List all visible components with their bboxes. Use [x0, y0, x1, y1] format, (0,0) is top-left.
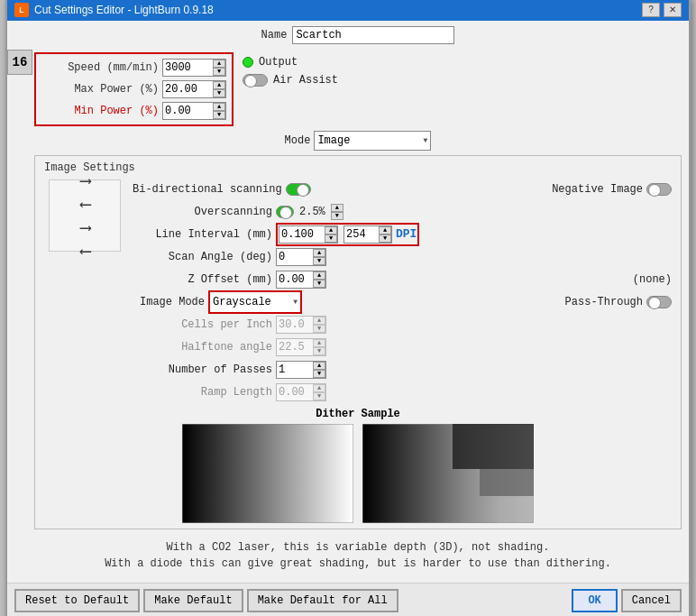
reset-to-default-button[interactable]: Reset to Default [14, 589, 140, 612]
window-title: Cut Settings Editor - LightBurn 0.9.18 [34, 4, 214, 16]
cells-per-inch-spinbox: ▲ ▼ [276, 316, 326, 334]
cells-per-inch-label: Cells per Inch [133, 318, 272, 331]
z-offset-input[interactable] [277, 271, 313, 289]
output-row: Output [243, 56, 338, 69]
ramp-length-label: Ramp Length [133, 386, 272, 399]
image-mode-label: Image Mode [133, 296, 205, 308]
dpi-input[interactable] [344, 225, 379, 244]
halftone-angle-down-btn: ▼ [313, 347, 325, 355]
help-button[interactable]: ? [642, 3, 660, 17]
max-power-spinbox[interactable]: ▲ ▼ [162, 80, 226, 98]
make-default-button[interactable]: Make Default [143, 589, 243, 612]
bi-directional-toggle[interactable] [286, 183, 311, 196]
bi-directional-row: Bi-directional scanning Negative Image [133, 179, 672, 199]
image-mode-arrow-icon: ▼ [293, 298, 298, 306]
line-interval-row: Line Interval (mm) ▲ ▼ [133, 225, 672, 244]
name-input[interactable] [292, 26, 454, 44]
min-power-up-btn[interactable]: ▲ [213, 103, 225, 111]
scan-angle-down-btn[interactable]: ▼ [313, 257, 325, 265]
dither-sample-1 [182, 424, 353, 523]
line-interval-spinbox[interactable]: ▲ ▼ [279, 225, 338, 244]
z-offset-label: Z Offset (mm) [133, 273, 272, 286]
svg-rect-0 [182, 424, 353, 523]
number-of-passes-up-btn[interactable]: ▲ [313, 362, 325, 370]
halftone-angle-label: Halftone angle [133, 341, 272, 354]
z-offset-down-btn[interactable]: ▼ [313, 280, 325, 288]
air-assist-label: Air Assist [273, 74, 338, 87]
mode-select[interactable]: Image ▼ [314, 131, 431, 151]
min-power-input[interactable] [163, 102, 213, 120]
scan-angle-up-btn[interactable]: ▲ [313, 249, 325, 257]
line-interval-input[interactable] [279, 225, 325, 244]
dpi-down-btn[interactable]: ▼ [379, 234, 391, 243]
max-power-row: Max Power (%) ▲ ▼ [41, 79, 226, 99]
number-of-passes-down-btn[interactable]: ▼ [313, 370, 325, 378]
halftone-angle-input [277, 338, 313, 356]
max-power-input[interactable] [163, 80, 213, 98]
svg-rect-2 [453, 424, 534, 469]
air-assist-row: Air Assist [243, 74, 338, 87]
arrow-line-2: ⟵ [81, 194, 89, 214]
info-text-section: With a CO2 laser, this is variable depth… [34, 539, 682, 572]
cut-settings-editor-window: L Cut Settings Editor - LightBurn 0.9.18… [5, 0, 691, 616]
svg-rect-4 [498, 496, 534, 523]
image-mode-select[interactable]: Grayscale ▼ [210, 292, 300, 312]
overscanning-label: Overscanning [133, 206, 272, 218]
negative-image-label: Negative Image [552, 183, 643, 196]
cells-per-inch-input [277, 316, 313, 334]
max-power-down-btn[interactable]: ▼ [213, 89, 225, 97]
output-label: Output [259, 56, 298, 69]
info-line-1: With a CO2 laser, this is variable depth… [34, 539, 682, 556]
scan-angle-spinbox[interactable]: ▲ ▼ [276, 248, 326, 266]
speed-up-btn[interactable]: ▲ [213, 60, 225, 68]
line-interval-up-btn[interactable]: ▲ [325, 226, 337, 234]
overscanning-up-btn[interactable]: ▲ [331, 204, 343, 212]
dither-sample-title: Dither Sample [44, 408, 672, 420]
cancel-button[interactable]: Cancel [621, 589, 682, 612]
number-of-passes-input[interactable] [277, 361, 313, 379]
pass-through-toggle[interactable] [646, 296, 672, 308]
pass-through-label: Pass-Through [565, 296, 643, 308]
speed-label: Speed (mm/min) [41, 61, 159, 74]
mode-label: Mode [285, 134, 311, 147]
image-mode-value: Grayscale [213, 296, 289, 308]
number-of-passes-spinbox[interactable]: ▲ ▼ [276, 361, 326, 379]
halftone-angle-spinbox: ▲ ▼ [276, 338, 326, 356]
arrow-line-4: ⟵ [81, 241, 89, 261]
close-button[interactable]: ✕ [664, 3, 682, 17]
mode-row: Mode Image ▼ [34, 131, 682, 151]
app-icon: L [14, 3, 29, 17]
none-label: (none) [633, 273, 672, 286]
z-offset-up-btn[interactable]: ▲ [313, 271, 325, 280]
image-settings-title: Image Settings [44, 161, 672, 174]
max-power-up-btn[interactable]: ▲ [213, 81, 225, 89]
overscanning-toggle[interactable] [276, 206, 294, 218]
overscanning-value: 2.5% [299, 206, 325, 218]
cells-per-inch-row: Cells per Inch ▲ ▼ [133, 315, 672, 335]
dpi-label: DPI [396, 227, 417, 241]
scan-angle-row: Scan Angle (deg) ▲ ▼ [133, 247, 672, 267]
speed-spinbox[interactable]: ▲ ▼ [162, 59, 226, 77]
overscanning-down-btn[interactable]: ▼ [331, 212, 343, 220]
name-row: Name [34, 26, 682, 44]
dpi-up-btn[interactable]: ▲ [379, 226, 391, 234]
ok-button[interactable]: OK [572, 589, 617, 612]
speed-down-btn[interactable]: ▼ [213, 68, 225, 76]
title-bar: L Cut Settings Editor - LightBurn 0.9.18… [7, 0, 689, 21]
air-assist-toggle[interactable] [243, 74, 268, 87]
negative-image-toggle[interactable] [646, 183, 672, 196]
speed-input[interactable] [163, 59, 213, 77]
min-power-spinbox[interactable]: ▲ ▼ [162, 102, 226, 120]
scan-angle-input[interactable] [277, 248, 313, 266]
name-label: Name [261, 29, 288, 41]
dither-sample-2 [362, 424, 534, 523]
min-power-down-btn[interactable]: ▼ [213, 111, 225, 119]
halftone-angle-row: Halftone angle ▲ ▼ [133, 337, 672, 357]
make-default-for-all-button[interactable]: Make Default for All [247, 589, 398, 612]
line-interval-down-btn[interactable]: ▼ [325, 234, 337, 243]
arrow-line-1: ⟶ [81, 170, 89, 190]
dpi-spinbox[interactable]: ▲ ▼ [343, 225, 392, 244]
z-offset-spinbox[interactable]: ▲ ▼ [276, 271, 326, 289]
svg-rect-3 [480, 469, 534, 496]
footer-buttons: Reset to Default Make Default Make Defau… [7, 583, 689, 617]
